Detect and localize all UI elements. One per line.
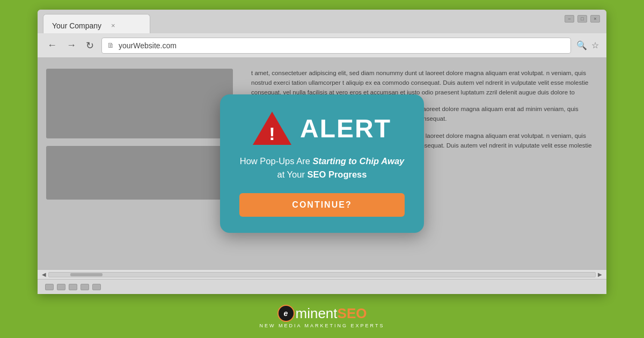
page-dot-1 [45,284,54,290]
scroll-left-arrow[interactable]: ◀ [40,271,48,277]
bookmark-icon[interactable]: ☆ [591,40,599,50]
page-dot-4 [80,284,89,290]
window-controls: − □ × [565,15,600,23]
address-bar[interactable]: 🗎 yourWebsite.com [101,38,571,54]
tab-close-button[interactable]: × [111,21,115,30]
popup-overlay: ! ALERT How Pop-Ups Are Starting to Chip… [38,58,606,269]
tab-title: Your Company [52,21,101,30]
title-bar: Your Company × − □ × [38,10,606,33]
popup-subtitle: How Pop-Ups Are Starting to Chip Away at… [239,155,405,181]
subtitle-part2: at Your [277,170,308,179]
logo-main: e minent SEO [277,305,367,322]
url-display: yourWebsite.com [119,41,565,50]
continue-button[interactable]: CONTINUE? [239,193,405,217]
subtitle-italic: Starting to Chip Away [312,156,404,166]
logo-tagline: NEW MEDIA MARKETING EXPERTS [260,323,385,328]
exclamation-mark: ! [269,124,275,143]
browser-content: t amet, consectetuer adipiscing elit, se… [38,58,606,269]
page-dots-bar [38,279,606,294]
page-icon: 🗎 [107,41,114,49]
alert-label: ALERT [300,114,391,143]
subtitle-bold: SEO Progress [308,170,367,179]
alert-triangle-icon: ! [253,112,291,145]
navigation-bar: ← → ↻ 🗎 yourWebsite.com 🔍 ☆ [38,33,606,58]
popup-header: ! ALERT [253,112,391,145]
maximize-button[interactable]: □ [577,15,587,23]
close-button[interactable]: × [590,15,600,23]
footer-logo: e minent SEO NEW MEDIA MARKETING EXPERTS [260,305,385,328]
scroll-right-arrow[interactable]: ▶ [596,271,604,277]
scroll-thumb[interactable] [70,273,103,276]
back-button[interactable]: ← [45,39,59,52]
logo-eminent-text: minent [296,305,338,322]
horizontal-scrollbar[interactable]: ◀ ▶ [38,269,606,279]
search-icon[interactable]: 🔍 [576,40,587,50]
forward-button[interactable]: → [64,39,78,52]
scroll-track[interactable] [48,272,596,277]
page-dot-2 [57,284,65,290]
logo-seo-text: SEO [338,305,367,322]
nav-action-icons: 🔍 ☆ [576,40,599,50]
subtitle-part1: How Pop-Ups Are [240,156,313,166]
logo-e-icon: e [277,305,295,322]
minimize-button[interactable]: − [565,15,574,23]
page-dot-5 [92,284,101,290]
browser-tab[interactable]: Your Company × [43,14,150,33]
popup-card: ! ALERT How Pop-Ups Are Starting to Chip… [220,94,424,233]
browser-window: Your Company × − □ × ← → ↻ 🗎 yourWebsite… [38,10,606,294]
page-dot-3 [69,284,77,290]
refresh-button[interactable]: ↻ [84,39,96,53]
